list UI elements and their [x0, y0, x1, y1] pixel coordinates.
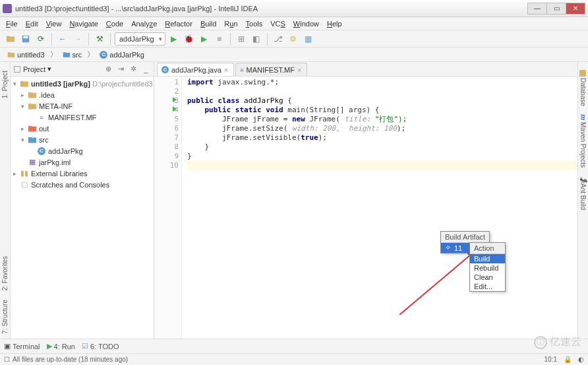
- separator: [110, 33, 111, 45]
- main-area: 1: Project 2: Favorites 7: Structure Pro…: [0, 62, 588, 339]
- svg-rect-1: [24, 36, 28, 38]
- watermark: ⓘ 亿速云: [534, 335, 581, 349]
- tab-todo[interactable]: ☑6: TODO: [82, 342, 119, 350]
- menu-build[interactable]: Build: [197, 18, 220, 29]
- structure-button[interactable]: ▦: [302, 32, 315, 46]
- forward-button[interactable]: →: [71, 32, 84, 46]
- editor-tab-addjarpkg[interactable]: CaddJarPkg.java×: [157, 63, 234, 76]
- tab-run[interactable]: ▶4: Run: [47, 342, 75, 350]
- sync-button[interactable]: ⟳: [34, 32, 47, 46]
- menu-navigate[interactable]: Navigate: [66, 18, 101, 29]
- project-panel-title[interactable]: Project ▾: [13, 65, 101, 73]
- main-toolbar: ⟳ ← → ⚒ addJarPkg ▶ 🐞 ▶ ■ ⊞ ◧ ⎇ ⚙ ▦: [0, 30, 588, 48]
- right-tab-ant[interactable]: 🐜Ant Build: [579, 172, 587, 214]
- separator: [88, 33, 89, 45]
- profiler-button[interactable]: ◧: [250, 32, 263, 46]
- menu-code[interactable]: Code: [103, 18, 127, 29]
- vcs-button[interactable]: ⎇: [272, 32, 285, 46]
- menu-refactor[interactable]: Refactor: [162, 18, 196, 29]
- action-build[interactable]: Build: [470, 254, 505, 263]
- crumb-project[interactable]: untitled3: [4, 50, 48, 59]
- separator: [230, 33, 231, 45]
- run-gutter-icon[interactable]: [173, 106, 177, 112]
- coverage-button[interactable]: ▶: [198, 32, 211, 46]
- separator: [267, 33, 268, 45]
- right-tab-database[interactable]: Database: [579, 66, 587, 110]
- code-text[interactable]: import javax.swing.*; public class addJa…: [182, 77, 577, 339]
- svg-rect-2: [15, 66, 20, 72]
- debug-button[interactable]: 🐞: [183, 32, 196, 46]
- maximize-button[interactable]: ▭: [546, 3, 566, 15]
- tree-out[interactable]: ▸out: [11, 123, 154, 134]
- stop-button[interactable]: ■: [213, 32, 226, 46]
- editor-area: CaddJarPkg.java× ≡MANIFEST.MF× 1 2 3 4 5…: [154, 62, 577, 339]
- open-button[interactable]: [4, 32, 17, 46]
- action-clean[interactable]: Clean: [470, 273, 505, 282]
- tree-external[interactable]: ▸▮▮External Libraries: [11, 168, 154, 179]
- gutter[interactable]: 1 2 3 4 5 6 7 8 9 10: [154, 77, 182, 339]
- menu-analyze[interactable]: Analyze: [128, 18, 160, 29]
- left-tab-favorites[interactable]: 2: Favorites: [0, 251, 10, 295]
- nav-bar: untitled3 〉 src 〉 C addJarPkg: [0, 48, 588, 62]
- settings-button[interactable]: ⚙: [287, 32, 300, 46]
- minimize-button[interactable]: —: [527, 3, 547, 15]
- right-sidebar: Database mMaven Projects 🐜Ant Build: [577, 62, 588, 339]
- action-rebuild[interactable]: Rebuild: [470, 263, 505, 273]
- tree-src[interactable]: ▾src: [11, 134, 154, 145]
- tab-terminal[interactable]: ▣Terminal: [4, 342, 40, 350]
- watermark-icon: ⓘ: [534, 336, 547, 349]
- attach-button[interactable]: ⊞: [235, 32, 248, 46]
- collapse-icon[interactable]: ⇥: [115, 64, 126, 75]
- editor-tabs: CaddJarPkg.java× ≡MANIFEST.MF×: [154, 62, 577, 77]
- menu-run[interactable]: Run: [221, 18, 241, 29]
- lock-icon[interactable]: 🔒: [564, 356, 572, 363]
- run-gutter-icon[interactable]: [173, 97, 177, 102]
- left-tab-project[interactable]: 1: Project: [0, 66, 10, 103]
- title-bar: untitled3 [D:\project\untitled3] - ...\s…: [0, 0, 588, 17]
- tree-addjarpkg[interactable]: CaddJarPkg: [11, 145, 154, 156]
- left-sidebar: 1: Project 2: Favorites 7: Structure: [0, 62, 11, 339]
- action-submenu: Action Build Rebuild Clean Edit...: [469, 242, 506, 292]
- window-controls: — ▭ ✕: [528, 3, 585, 15]
- menu-vcs[interactable]: VCS: [267, 18, 289, 29]
- event-log-icon[interactable]: ☐: [4, 356, 10, 363]
- project-tree: ▾untitled3 [jarPkg] D:\project\untitled3…: [11, 77, 154, 339]
- run-config-combo[interactable]: addJarPkg: [115, 32, 165, 46]
- right-tab-maven[interactable]: mMaven Projects: [579, 110, 587, 172]
- menu-edit[interactable]: Edit: [22, 18, 42, 29]
- menu-bar: File Edit View Navigate Code Analyze Ref…: [0, 17, 588, 30]
- tree-root[interactable]: ▾untitled3 [jarPkg] D:\project\untitled3: [11, 78, 154, 89]
- left-tab-structure[interactable]: 7: Structure: [0, 295, 10, 339]
- tree-scratches[interactable]: ▢Scratches and Consoles: [11, 179, 154, 190]
- tree-metainf[interactable]: ▾META-INF: [11, 100, 154, 112]
- crumb-src[interactable]: src: [59, 50, 86, 59]
- autoscroll-icon[interactable]: ⊕: [103, 64, 113, 75]
- build-button[interactable]: ⚒: [93, 32, 106, 46]
- window-title: untitled3 [D:\project\untitled3] - ...\s…: [15, 5, 528, 13]
- tree-manifest[interactable]: ≡MANIFEST.MF: [11, 112, 154, 123]
- menu-tools[interactable]: Tools: [243, 18, 266, 29]
- caret-position[interactable]: 10:1: [544, 356, 557, 363]
- close-tab-icon[interactable]: ×: [224, 66, 228, 74]
- separator: [51, 33, 52, 45]
- inspector-icon[interactable]: ◐: [578, 356, 584, 363]
- menu-window[interactable]: Window: [290, 18, 322, 29]
- run-button[interactable]: ▶: [167, 32, 181, 46]
- submenu-title: Action: [470, 243, 505, 254]
- menu-view[interactable]: View: [43, 18, 65, 29]
- close-tab-icon[interactable]: ×: [297, 66, 301, 74]
- hide-icon[interactable]: ⎯: [140, 64, 151, 75]
- close-button[interactable]: ✕: [566, 3, 585, 15]
- bottom-tool-tabs: ▣Terminal ▶4: Run ☑6: TODO: [0, 339, 588, 353]
- menu-help[interactable]: Help: [324, 18, 345, 29]
- editor-tab-manifest[interactable]: ≡MANIFEST.MF×: [235, 63, 307, 76]
- back-button[interactable]: ←: [56, 32, 69, 46]
- tree-iml[interactable]: ▦jarPkg.iml: [11, 156, 154, 168]
- crumb-sep: 〉: [87, 50, 94, 59]
- tree-idea[interactable]: ▸.idea: [11, 89, 154, 100]
- menu-file[interactable]: File: [3, 18, 21, 29]
- action-edit[interactable]: Edit...: [470, 282, 505, 291]
- save-button[interactable]: [19, 32, 32, 46]
- crumb-class[interactable]: C addJarPkg: [96, 50, 148, 59]
- gear-icon[interactable]: ✲: [128, 64, 138, 75]
